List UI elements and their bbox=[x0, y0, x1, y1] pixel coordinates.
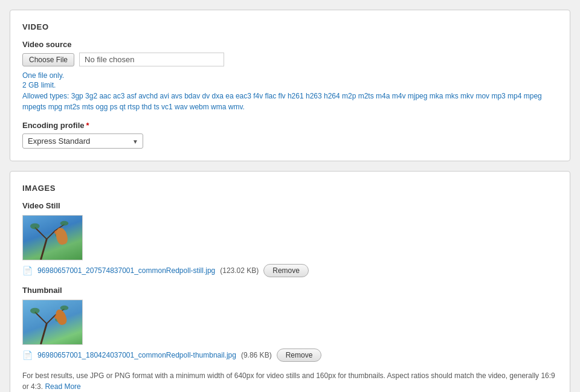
svg-point-5 bbox=[30, 223, 40, 230]
tree-svg-thumb bbox=[23, 300, 82, 344]
video-panel: VIDEO Video source Choose File No file c… bbox=[10, 10, 570, 161]
video-panel-title: VIDEO bbox=[22, 22, 558, 31]
svg-line-2 bbox=[47, 230, 56, 239]
svg-line-1 bbox=[35, 227, 47, 239]
encoding-profile-label: Encoding profile* bbox=[22, 121, 558, 130]
encoding-profile-select[interactable]: Express Standard bbox=[22, 133, 143, 149]
still-file-size: (123.02 KB) bbox=[220, 266, 259, 275]
thumb-file-size: (9.86 KB) bbox=[241, 351, 272, 359]
svg-point-7 bbox=[55, 233, 62, 237]
still-file-link[interactable]: 96980657001_207574837001_commonRedpoll-s… bbox=[37, 266, 215, 275]
allowed-label: Allowed types: bbox=[22, 92, 69, 100]
svg-point-17 bbox=[60, 306, 69, 310]
video-still-image bbox=[23, 216, 82, 260]
svg-line-4 bbox=[56, 230, 59, 236]
thumbnail-item: Thumbnail 📄 9698065 bbox=[22, 286, 558, 362]
file-input-row: Choose File No file chosen bbox=[22, 53, 558, 66]
svg-line-21 bbox=[61, 312, 63, 313]
svg-point-19 bbox=[54, 313, 60, 320]
one-file-only: One file only. bbox=[22, 71, 558, 80]
svg-line-10 bbox=[61, 228, 63, 229]
read-more-link[interactable]: Read More bbox=[45, 382, 80, 391]
file-icon-thumb: 📄 bbox=[22, 350, 33, 360]
thumb-file-info: 📄 96980657001_180424037001_commonRedpoll… bbox=[22, 349, 558, 362]
images-panel-title: IMAGES bbox=[22, 184, 558, 193]
svg-line-11 bbox=[41, 324, 47, 344]
file-icon-still: 📄 bbox=[22, 266, 33, 275]
still-remove-button[interactable]: Remove bbox=[263, 264, 309, 277]
still-file-info: 📄 96980657001_207574837001_commonRedpoll… bbox=[22, 264, 558, 277]
best-results-text: For best results, use JPG or PNG format … bbox=[22, 370, 558, 392]
choose-file-button[interactable]: Choose File bbox=[22, 53, 74, 66]
encoding-profile-section: Encoding profile* Express Standard ▼ bbox=[22, 121, 558, 149]
thumb-remove-button[interactable]: Remove bbox=[277, 349, 322, 362]
video-still-item: Video Still bbox=[22, 201, 558, 277]
thumb-file-link[interactable]: 96980657001_180424037001_commonRedpoll-t… bbox=[37, 351, 236, 359]
allowed-types-list: 3gp 3g2 aac ac3 asf avchd avi avs bdav d… bbox=[22, 92, 542, 111]
thumbnail-image bbox=[23, 300, 82, 344]
tree-svg-still bbox=[23, 216, 82, 260]
required-asterisk: * bbox=[86, 121, 89, 130]
thumbnail-label: Thumbnail bbox=[22, 286, 558, 295]
video-still-label: Video Still bbox=[22, 201, 558, 210]
svg-point-18 bbox=[55, 317, 62, 322]
svg-point-9 bbox=[58, 228, 62, 231]
svg-point-16 bbox=[30, 308, 40, 314]
images-panel: IMAGES Video Still bbox=[10, 171, 570, 392]
video-still-preview bbox=[22, 215, 83, 260]
svg-line-0 bbox=[41, 239, 47, 260]
encoding-select-wrapper: Express Standard ▼ bbox=[22, 133, 143, 149]
svg-point-6 bbox=[60, 221, 69, 226]
thumbnail-preview bbox=[22, 300, 83, 345]
svg-point-20 bbox=[58, 312, 62, 316]
video-source-label: Video source bbox=[22, 40, 558, 49]
no-file-text: No file chosen bbox=[79, 53, 224, 66]
svg-line-13 bbox=[47, 315, 56, 324]
svg-line-12 bbox=[35, 312, 47, 323]
size-limit: 2 GB limit. bbox=[22, 81, 558, 89]
allowed-types: Allowed types: 3gp 3g2 aac ac3 asf avchd… bbox=[22, 91, 558, 112]
